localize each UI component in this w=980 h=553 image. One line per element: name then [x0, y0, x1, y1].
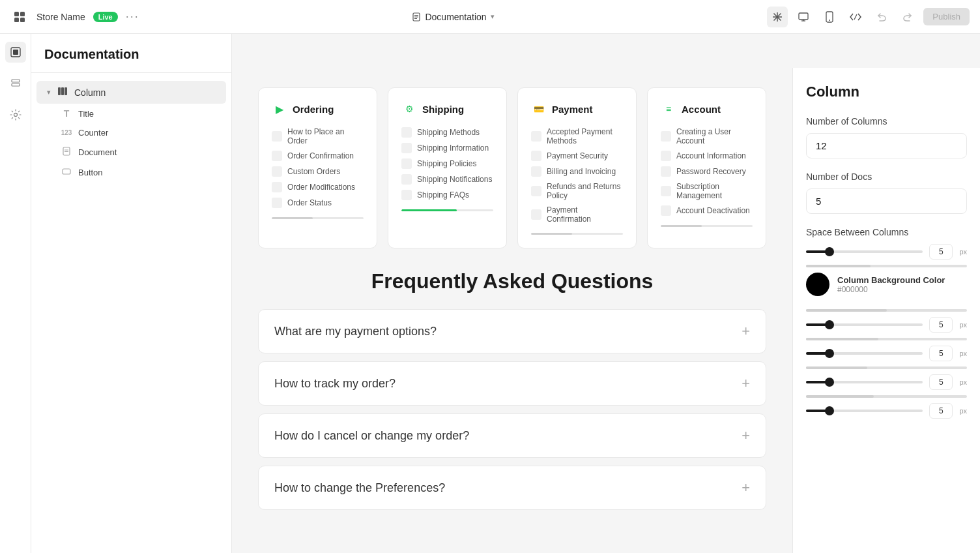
- slider-2-value[interactable]: [929, 317, 953, 333]
- store-icon: [10, 8, 29, 26]
- list-item: Subscription Management: [661, 182, 753, 200]
- tree-children: T Title 123 Counter Document: [31, 104, 231, 183]
- item-text: Billing and Invoicing: [547, 167, 616, 176]
- ordering-icon: ▶: [272, 101, 287, 117]
- snowflake-icon-button[interactable]: [767, 7, 788, 27]
- sidebar: Documentation ▾ Column T Title: [31, 34, 232, 553]
- svg-rect-24: [61, 87, 64, 95]
- code-icon-button[interactable]: [845, 7, 866, 27]
- icon-bar: [0, 34, 31, 553]
- sidebar-title: Documentation: [31, 34, 231, 73]
- disabled-slider-2-track: [806, 309, 967, 312]
- faq-item-3[interactable]: How do I cancel or change my order? +: [258, 413, 766, 458]
- svg-rect-25: [65, 87, 67, 95]
- right-panel: Column Number of Columns Number of Docs …: [792, 68, 980, 553]
- color-swatch[interactable]: [806, 273, 829, 296]
- account-title: Account: [682, 104, 721, 115]
- ordering-title: Ordering: [293, 104, 334, 115]
- tree-child-button-label: Button: [78, 168, 103, 177]
- faq-expand-3[interactable]: +: [742, 427, 750, 444]
- layers-icon-button[interactable]: [5, 73, 26, 94]
- tree-child-counter-label: Counter: [78, 128, 108, 138]
- disabled-slider-4-track: [806, 366, 967, 369]
- tree-item-column[interactable]: ▾ Column: [36, 81, 226, 104]
- account-items: Creating a User Account Account Informat…: [661, 127, 753, 216]
- faq-expand-2[interactable]: +: [742, 375, 750, 392]
- slider-1-value[interactable]: [929, 244, 953, 260]
- main-content: ▶ Ordering How to Place an Order Order C…: [232, 68, 792, 553]
- tree-child-button[interactable]: Button: [50, 162, 226, 183]
- doc-item-icon: [272, 131, 282, 142]
- pages-icon-button[interactable]: [5, 42, 26, 63]
- list-item: Payment Confirmation: [531, 205, 623, 224]
- publish-button[interactable]: Publish: [923, 8, 970, 25]
- doc-item-icon: [401, 143, 412, 153]
- list-item: Refunds and Returns Policy: [531, 182, 623, 200]
- num-columns-label: Number of Columns: [806, 116, 967, 127]
- num-docs-input[interactable]: [806, 188, 967, 214]
- item-text: How to Place an Order: [287, 127, 364, 145]
- slider-4-value[interactable]: [929, 374, 953, 390]
- desktop-icon-button[interactable]: [793, 7, 814, 27]
- item-text: Order Confirmation: [287, 151, 354, 160]
- panel-title: Column: [806, 83, 967, 100]
- svg-rect-29: [63, 169, 70, 174]
- list-item: Shipping Policies: [401, 158, 493, 169]
- slider-1-thumb[interactable]: [825, 247, 834, 256]
- slider-2-track[interactable]: [806, 323, 923, 326]
- slider-1-row: px: [806, 244, 967, 260]
- disabled-slider-5-section: [806, 395, 967, 398]
- svg-rect-12: [799, 13, 808, 20]
- slider-4-section: px: [806, 374, 967, 390]
- faq-item-1[interactable]: What are my payment options? +: [258, 309, 766, 353]
- store-name: Store Name: [36, 12, 85, 22]
- ordering-card: ▶ Ordering How to Place an Order Order C…: [258, 87, 377, 248]
- slider-3-value[interactable]: [929, 346, 953, 361]
- doc-item-icon: [531, 131, 541, 142]
- payment-header: 💳 Payment: [531, 101, 623, 117]
- undo-icon: [876, 12, 887, 22]
- list-item: Accepted Payment Methods: [531, 127, 623, 145]
- tree-child-document[interactable]: Document: [50, 142, 226, 162]
- payment-progress: [531, 233, 623, 235]
- tree-child-title[interactable]: T Title: [50, 104, 226, 123]
- tree-child-counter[interactable]: 123 Counter: [50, 123, 226, 142]
- redo-button[interactable]: [897, 7, 918, 27]
- payment-card: 💳 Payment Accepted Payment Methods Payme…: [517, 87, 637, 248]
- doc-item-icon: [531, 151, 541, 161]
- faq-expand-1[interactable]: +: [742, 323, 750, 340]
- item-text: Shipping Policies: [417, 159, 476, 168]
- doc-item-icon: [401, 174, 412, 185]
- color-row: Column Background Color #000000: [806, 273, 967, 296]
- doc-item-icon: [272, 198, 282, 208]
- ordering-progress-bar: [272, 217, 313, 219]
- slider-2-thumb[interactable]: [825, 320, 834, 329]
- slider-3-track[interactable]: [806, 352, 923, 355]
- slider-3-thumb[interactable]: [825, 349, 834, 358]
- topbar-left: Store Name Live ···: [10, 8, 139, 26]
- slider-3-unit: px: [959, 350, 967, 357]
- slider-4-thumb[interactable]: [825, 378, 834, 387]
- num-columns-input[interactable]: [806, 133, 967, 158]
- faq-expand-4[interactable]: +: [742, 479, 750, 496]
- list-item: Order Confirmation: [272, 151, 364, 161]
- column-item-label: Column: [74, 87, 106, 98]
- settings-icon-button[interactable]: [5, 104, 26, 125]
- documentation-button[interactable]: Documentation ▾: [404, 8, 502, 26]
- slider-5-track[interactable]: [806, 410, 923, 412]
- slider-5-thumb[interactable]: [825, 406, 834, 415]
- slider-5-value[interactable]: [929, 403, 953, 419]
- slider-1-unit: px: [959, 248, 967, 256]
- faq-item-4[interactable]: How to change the Preferences? +: [258, 466, 766, 510]
- mobile-icon-button[interactable]: [819, 7, 840, 27]
- faq-item-2[interactable]: How to track my order? +: [258, 361, 766, 406]
- undo-button[interactable]: [871, 7, 892, 27]
- slider-1-track[interactable]: [806, 250, 923, 253]
- more-button[interactable]: ···: [126, 10, 139, 23]
- disabled-slider-3-row: [806, 338, 967, 340]
- slider-4-track[interactable]: [806, 381, 923, 383]
- faq-list: What are my payment options? + How to tr…: [258, 309, 766, 510]
- svg-rect-3: [20, 18, 25, 22]
- disabled-slider-3-section: [806, 338, 967, 340]
- num-docs-label: Number of Docs: [806, 172, 967, 182]
